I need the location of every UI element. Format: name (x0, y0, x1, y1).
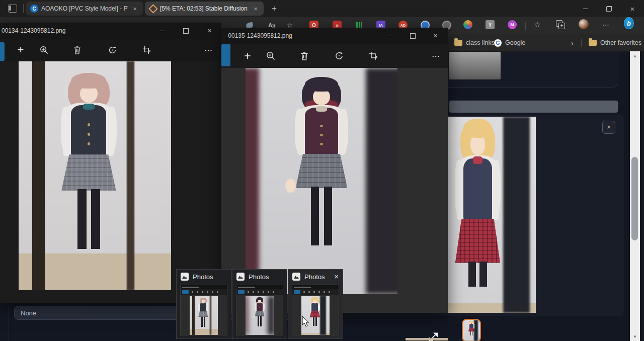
preview-app-label: Photos (193, 273, 213, 281)
window-title: 00134-1243095812.png (2, 27, 65, 34)
favorite-label: Other favorites (600, 39, 641, 46)
close-icon: × (630, 5, 635, 13)
favbar-divider (581, 39, 582, 47)
tab-actions-button[interactable] (7, 4, 18, 14)
window-minimize-button[interactable] (151, 23, 174, 39)
preview-close-button[interactable]: × (334, 272, 339, 281)
window-close-button[interactable]: × (621, 0, 644, 17)
new-tab-button[interactable]: + (268, 3, 280, 15)
magnifier-plus-icon (39, 45, 49, 55)
delete-button[interactable] (66, 39, 88, 61)
zoom-in-button[interactable] (33, 39, 55, 61)
close-icon: × (334, 272, 339, 281)
add-to-button[interactable]: + (10, 39, 32, 61)
see-more-button[interactable]: ⋯ (425, 45, 447, 67)
taskbar-preview-3[interactable]: Photos × (288, 269, 343, 339)
thumbnail-image (463, 320, 480, 341)
window-minimize-button[interactable] (380, 28, 403, 44)
add-to-button[interactable]: + (236, 45, 259, 67)
page-scrollbar[interactable]: ▲ ▼ (630, 51, 640, 341)
scrollbar-thumb[interactable] (631, 157, 638, 240)
tab-close-icon[interactable]: × (252, 5, 260, 13)
mini-see-all-photos (238, 290, 245, 294)
see-all-photos-button[interactable] (221, 44, 230, 66)
favorite-google[interactable]: G Google (494, 34, 525, 51)
crop-icon (368, 51, 378, 61)
crop-button[interactable] (362, 45, 384, 67)
photo-canvas (0, 61, 221, 303)
delete-button[interactable] (293, 45, 315, 67)
minimize-icon (160, 31, 165, 31)
preview-app-label: Photos (304, 273, 325, 281)
window-right-edge (640, 51, 644, 341)
scrollbar-up-arrow[interactable]: ▲ (630, 52, 640, 59)
desktop-screen: × None C AOAOKO [PVC Style Model] - PV ×… (0, 0, 644, 341)
favorites-overflow-chevron[interactable]: › (571, 34, 574, 51)
y-extension-icon[interactable]: Y (485, 20, 495, 30)
trash-icon (72, 45, 82, 55)
maximize-icon (410, 33, 416, 39)
window-maximize-button[interactable] (175, 23, 197, 39)
collections-icon[interactable]: + (555, 20, 566, 30)
minimize-icon (583, 9, 588, 9)
bing-chat-icon[interactable]: b (624, 18, 634, 28)
see-all-photos-button[interactable] (0, 42, 5, 61)
crop-icon (142, 45, 151, 55)
window-title-bar[interactable]: 00134-1243095812.png × (0, 23, 221, 39)
tab-actions-icon (8, 5, 17, 13)
minimize-icon (389, 36, 394, 36)
photo-image-00134 (19, 61, 171, 290)
sd-generated-image (448, 117, 536, 313)
rotate-icon (108, 45, 117, 55)
google-favicon: G (494, 39, 502, 47)
rotate-button[interactable] (101, 39, 123, 61)
window-close-button[interactable]: × (198, 23, 221, 39)
monica-extension-icon[interactable]: M (507, 20, 517, 30)
folder-icon (589, 40, 597, 46)
scrollbar-down-arrow[interactable]: ▼ (630, 333, 640, 340)
taskbar-preview-2[interactable]: Photos (232, 269, 287, 339)
globe-extension-icon[interactable] (463, 20, 473, 30)
window-close-button[interactable]: × (424, 28, 447, 44)
favorites-star-icon[interactable]: ☆ (532, 20, 542, 30)
restore-icon (606, 6, 612, 12)
close-icon: × (207, 27, 211, 35)
sd-progress-bar (449, 101, 618, 113)
favorite-label: Google (505, 39, 525, 46)
profile-avatar[interactable] (579, 19, 589, 29)
mouse-cursor (302, 316, 311, 328)
settings-more-icon[interactable]: ⋯ (601, 20, 611, 30)
window-title: - 00135-1243095812.png (224, 32, 292, 39)
photo-image-00135 (246, 68, 397, 294)
rotate-button[interactable] (328, 45, 350, 67)
window-title-bar[interactable]: - 00135-1243095812.png × (221, 28, 448, 44)
photos-window-1: 00134-1243095812.png × + ⋯ (0, 23, 221, 303)
close-icon: × (433, 32, 437, 40)
preview-image (301, 296, 330, 335)
window-maximize-button[interactable] (401, 28, 424, 44)
taskbar-preview-1[interactable]: Photos (176, 269, 231, 339)
floor-sliver (406, 338, 448, 340)
see-more-button[interactable]: ⋯ (197, 39, 219, 61)
gallery-close-button[interactable]: × (602, 121, 615, 134)
tab-close-icon[interactable]: × (131, 5, 139, 13)
rotate-icon (334, 51, 344, 61)
other-favorites[interactable]: Other favorites (589, 34, 641, 51)
zoom-in-button[interactable] (260, 45, 282, 67)
trash-icon (299, 51, 309, 61)
window-minimize-button[interactable] (574, 0, 597, 17)
favorite-class-links[interactable]: class links (454, 34, 495, 51)
browser-tab-1[interactable]: C AOAOKO [PVC Style Model] - PV × (26, 2, 143, 16)
crop-button[interactable] (135, 39, 157, 61)
browser-tab-2[interactable]: [5% ETA: 02:53] Stable Diffusion × (145, 2, 264, 16)
gradio-favicon (149, 5, 157, 13)
preview-app-label: Photos (249, 273, 269, 281)
preview-image (246, 296, 274, 335)
preview-mini-window (292, 285, 339, 335)
sd-gallery-thumbnail[interactable] (462, 319, 481, 341)
sd-progress-box[interactable] (449, 52, 501, 79)
tab-title: AOAOKO [PVC Style Model] - PV (41, 5, 128, 12)
window-restore-button[interactable] (597, 0, 620, 17)
civitai-favicon: C (30, 5, 38, 13)
preview-mini-window (180, 285, 227, 335)
